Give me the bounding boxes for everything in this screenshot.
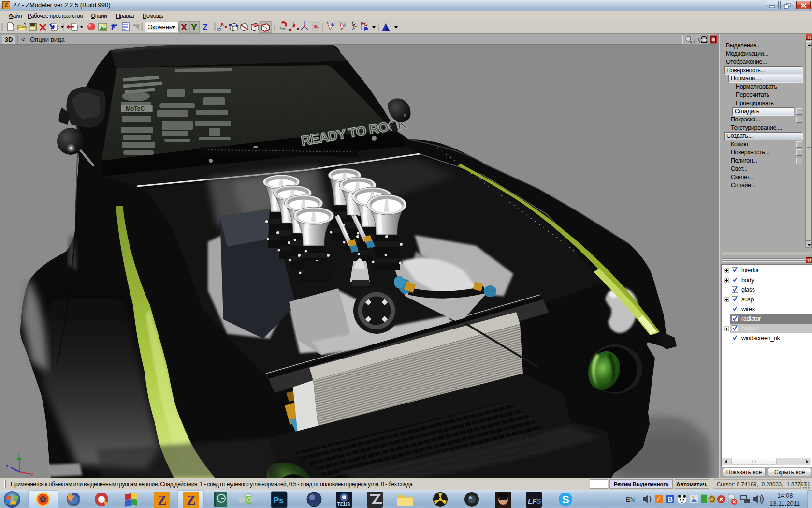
svg-text:wires: wires <box>741 306 755 313</box>
svg-text:B: B <box>668 495 673 503</box>
svg-text:Экранны: Экранны <box>148 23 174 30</box>
svg-text:x: x <box>31 472 33 477</box>
svg-text:14:08: 14:08 <box>777 492 793 499</box>
svg-text:body: body <box>741 277 754 284</box>
svg-text:TCU3: TCU3 <box>337 502 350 507</box>
svg-text:interior: interior <box>741 267 759 274</box>
svg-text:windscreen_ok: windscreen_ok <box>741 335 781 342</box>
svg-text:Z: Z <box>187 493 196 508</box>
svg-text:S: S <box>536 497 541 505</box>
svg-text:glass: glass <box>741 286 755 293</box>
svg-text:LF: LF <box>528 497 537 505</box>
svg-text:z: z <box>6 464 8 469</box>
svg-text:y: y <box>17 451 20 457</box>
svg-text:engine: engine <box>741 325 759 332</box>
svg-text:X: X <box>181 23 187 32</box>
svg-text:MoTeC: MoTeC <box>126 105 145 112</box>
svg-text:Y: Y <box>191 23 197 32</box>
svg-text:radiator: radiator <box>741 315 761 322</box>
svg-text:S: S <box>562 493 569 506</box>
svg-text:Z: Z <box>203 23 207 32</box>
svg-text:Ps: Ps <box>274 496 284 505</box>
svg-text:susp: susp <box>741 296 754 303</box>
svg-text:13.11.2011: 13.11.2011 <box>769 500 800 507</box>
svg-text:Z: Z <box>158 493 167 508</box>
svg-text:EN: EN <box>626 496 635 503</box>
